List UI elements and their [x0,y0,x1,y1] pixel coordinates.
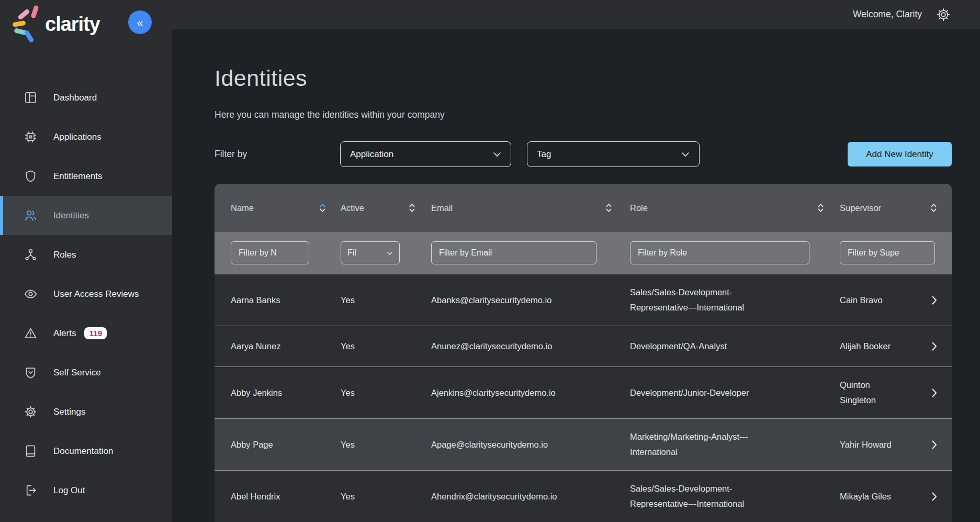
sidebar-item-log-out[interactable]: Log Out [0,471,172,510]
topbar: Welcome, Clarity [172,0,980,29]
filter-active-select[interactable]: Fil [341,241,400,264]
filter-by-label: Filter by [215,149,340,160]
sort-icon[interactable] [319,203,326,213]
cell-name: Abby Page [215,437,341,452]
table-row[interactable]: Aarna Banks Yes Abanks@claritysecurityde… [215,274,952,326]
page-filter-row: Filter by Application Tag Add New Identi… [215,141,952,167]
sidebar-item-settings[interactable]: Settings [0,392,172,431]
page-title: Identities [215,66,980,91]
cell-supervisor: Yahir Howard [840,437,952,452]
column-header-name: Name [215,203,341,213]
sidebar-collapse-button[interactable]: « [128,10,152,34]
cell-active: Yes [341,293,431,308]
cell-active: Yes [341,385,431,401]
cell-email: Anunez@claritysecuritydemo.io [431,339,630,354]
sidebar-item-entitlements[interactable]: Entitlements [0,157,172,196]
brand-name: clarity [45,13,100,36]
cell-name: Aarya Nunez [215,339,341,354]
cell-name: Aarna Banks [215,293,341,308]
sidebar-item-identities[interactable]: Identities [0,196,172,235]
content: Identities Here you can manage the ident… [172,29,980,522]
shield-icon [24,169,38,183]
column-header-email: Email [431,203,630,213]
sidebar-item-self-service[interactable]: Self Service [0,353,172,392]
table-row[interactable]: Abel Hendrix Yes Ahendrix@claritysecurit… [215,470,952,522]
sidebar-item-alerts[interactable]: Alerts 119 [0,314,172,353]
table-header-row: Name Active Email [215,184,952,232]
sidebar-nav: Dashboard Applications Entitlements Iden… [0,78,172,510]
sort-icon[interactable] [817,203,824,213]
sidebar-item-documentation[interactable]: Documentation [0,431,172,471]
add-new-identity-button[interactable]: Add New Identity [848,142,952,166]
filter-role-input[interactable] [630,241,809,264]
cell-role: Marketing/Marketing-Analyst---Internatio… [630,429,840,460]
cell-role: Development/QA-Analyst [630,339,840,354]
cell-name: Abel Hendrix [215,489,341,504]
tag-filter-dropdown[interactable]: Tag [527,141,700,167]
chevron-double-left-icon: « [137,16,143,29]
cell-supervisor: Cain Bravo [840,293,952,308]
cell-role: Development/Junior-Developer [630,385,840,401]
filter-email-input[interactable] [431,241,596,264]
sidebar-item-user-access-reviews[interactable]: User Access Reviews [0,274,172,314]
cell-role: Sales/Sales-Development-Representative--… [630,481,840,512]
sort-icon[interactable] [605,203,612,213]
eye-icon [24,287,38,301]
applications-icon [24,130,38,144]
app-window: clarity « Dashboard Applications [0,0,980,522]
clarity-logo-icon [13,6,42,43]
alerts-count-badge: 119 [84,327,107,340]
cell-email: Ajenkins@claritysecuritydemo.io [431,385,630,401]
clarity-logo: clarity [13,6,100,43]
sort-icon[interactable] [930,203,937,213]
hierarchy-icon [24,248,38,262]
chevron-right-icon[interactable] [932,342,937,351]
chevron-down-icon [387,248,393,258]
sidebar-item-applications[interactable]: Applications [0,117,172,157]
gear-icon [24,405,38,419]
cell-email: Abanks@claritysecuritydemo.io [431,293,630,308]
sidebar: clarity « Dashboard Applications [0,0,172,522]
column-header-role: Role [630,203,840,213]
cell-email: Ahendrix@claritysecuritydemo.io [431,489,630,504]
book-icon [24,444,38,458]
chevron-down-icon [681,152,690,157]
cell-name: Abby Jenkins [215,385,341,401]
welcome-text: Welcome, Clarity [853,9,922,20]
users-icon [24,208,38,223]
sidebar-item-dashboard[interactable]: Dashboard [0,78,172,117]
cell-active: Yes [341,339,431,354]
table-row[interactable]: Abby Page Yes Apage@claritysecuritydemo.… [215,418,952,470]
application-filter-dropdown[interactable]: Application [340,141,511,167]
table-body: Aarna Banks Yes Abanks@claritysecurityde… [215,274,952,522]
warning-triangle-icon [24,326,38,340]
cell-supervisor: Alijah Booker [840,339,952,354]
chevron-right-icon[interactable] [932,296,937,305]
column-header-active: Active [341,203,431,213]
table-filter-row: Fil [215,232,952,274]
page-subtitle: Here you can manage the identities withi… [215,109,980,120]
cell-supervisor: Mikayla Giles [840,489,952,504]
chevron-down-icon [493,152,501,157]
filter-name-input[interactable] [231,241,309,264]
column-header-supervisor: Supervisor [840,203,952,213]
table-row[interactable]: Abby Jenkins Yes Ajenkins@claritysecurit… [215,366,952,418]
sidebar-item-roles[interactable]: Roles [0,235,172,274]
logout-icon [24,483,38,497]
shield-chevron-icon [24,365,38,380]
chevron-right-icon[interactable] [932,440,937,449]
cell-active: Yes [341,489,431,504]
chevron-right-icon[interactable] [932,388,937,397]
identities-table: Name Active Email [215,184,952,522]
sidebar-header: clarity « [0,0,172,49]
dashboard-icon [24,91,38,105]
cell-supervisor: Quinton Singleton [840,377,952,408]
cell-role: Sales/Sales-Development-Representative--… [630,285,840,315]
table-row[interactable]: Aarya Nunez Yes Anunez@claritysecurityde… [215,326,952,366]
main-area: Welcome, Clarity Identities Here you can… [172,0,980,522]
filter-supervisor-input[interactable] [840,241,935,264]
chevron-right-icon[interactable] [932,492,937,501]
cell-email: Apage@claritysecuritydemo.io [431,437,630,452]
sort-icon[interactable] [409,203,415,213]
settings-gear-icon[interactable] [936,7,951,23]
